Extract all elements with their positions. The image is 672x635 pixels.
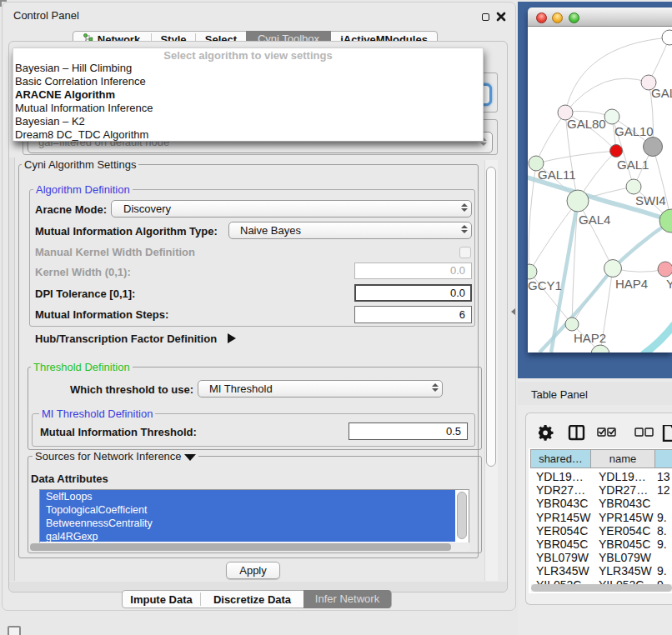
svg-text:HAP4: HAP4 — [615, 277, 648, 291]
svg-text:GAL80: GAL80 — [567, 117, 606, 131]
svg-text:GCY1: GCY1 — [528, 278, 562, 292]
svg-text:SWI4: SWI4 — [635, 193, 666, 208]
svg-text:GAL10: GAL10 — [614, 124, 654, 138]
svg-text:GAL7: GAL7 — [651, 86, 672, 100]
svg-text:HAP2: HAP2 — [574, 331, 606, 345]
svg-text:YJR: YJR — [666, 277, 672, 291]
svg-text:GAL11: GAL11 — [538, 168, 576, 182]
svg-text:GAL4: GAL4 — [579, 212, 610, 227]
svg-text:GAL1: GAL1 — [617, 158, 649, 172]
